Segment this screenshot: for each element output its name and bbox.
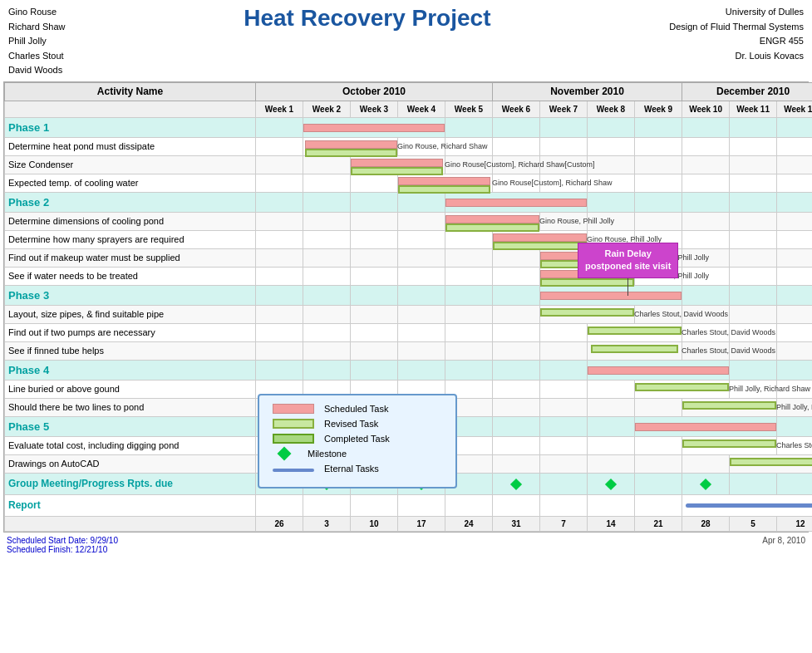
week-12-header: Week 12 bbox=[777, 101, 812, 117]
week-1-header: Week 1 bbox=[256, 101, 303, 117]
task-row-7: See if water needs to be treated Gino Ro… bbox=[5, 267, 813, 285]
callout-box: Rain Delaypostponed site visit bbox=[578, 243, 678, 278]
task-3-label: Expected temp. of cooling water bbox=[5, 174, 256, 192]
week-header-row: Week 1 Week 2 Week 3 Week 4 Week 5 Week … bbox=[5, 101, 813, 117]
phase-3-row: Phase 3 bbox=[5, 285, 813, 305]
legend-completed: Completed Task bbox=[273, 434, 442, 444]
month-header-row: Activity Name October 2010 November 2010… bbox=[5, 82, 813, 101]
task-4-label: Determine dimensions of cooling pond bbox=[5, 212, 256, 230]
task-row-8: Layout, size pipes, & find suitable pipe… bbox=[5, 305, 813, 323]
report-row: Report bbox=[5, 494, 813, 516]
gantt-wrapper: Scheduled Task Revised Task Completed Ta… bbox=[3, 81, 809, 533]
phase-2-label: Phase 2 bbox=[5, 192, 256, 212]
team-names: Gino Rouse Richard Shaw Phill Jolly Char… bbox=[8, 5, 65, 78]
university-info: University of Dulles Design of Fluid The… bbox=[669, 5, 804, 63]
footer-right: Apr 8, 2010 bbox=[762, 536, 805, 554]
group-meeting-label: Group Meeting/Progress Rpts. due bbox=[5, 473, 256, 494]
phase-4-label: Phase 4 bbox=[5, 360, 256, 380]
phase-1-row: Phase 1 bbox=[5, 117, 813, 137]
legend-eternal: Eternal Tasks bbox=[273, 464, 442, 474]
month-dec: December 2010 bbox=[682, 82, 812, 101]
task-12-label: Should there be two lines to pond bbox=[5, 398, 256, 416]
activity-header: Activity Name bbox=[5, 82, 256, 101]
task-7-label: See if water needs to be treated bbox=[5, 267, 256, 285]
phase-4-row: Phase 4 bbox=[5, 360, 813, 380]
project-title: Heat Recovery Project bbox=[65, 5, 669, 32]
week-5-header: Week 5 bbox=[445, 101, 493, 117]
task-1-label: Determine heat pond must dissipate bbox=[5, 137, 256, 155]
legend-scheduled: Scheduled Task bbox=[273, 404, 442, 414]
task-row-10: See if finned tube helps Charles Stout, … bbox=[5, 341, 813, 360]
phase-1-bar-cell bbox=[303, 117, 445, 137]
week-10-header: Week 10 bbox=[682, 101, 730, 117]
task-13-label: Evaluate total cost, including digging p… bbox=[5, 436, 256, 454]
task-row-5: Determine how many sprayers are required… bbox=[5, 230, 813, 248]
week-8-header: Week 8 bbox=[588, 101, 635, 117]
task-row-4: Determine dimensions of cooling pond Gin… bbox=[5, 212, 813, 230]
task-10-label: See if finned tube helps bbox=[5, 341, 256, 360]
task-row-9: Find out if two pumps are necessary Char… bbox=[5, 323, 813, 341]
task-5-label: Determine how many sprayers are required bbox=[5, 230, 256, 248]
phase-2-row: Phase 2 bbox=[5, 192, 813, 212]
month-nov: November 2010 bbox=[493, 82, 682, 101]
week-numbers-row: 26 3 10 17 24 31 7 14 21 28 5 12 bbox=[5, 516, 813, 531]
week-9-header: Week 9 bbox=[635, 101, 682, 117]
week-7-header: Week 7 bbox=[540, 101, 588, 117]
task-9-label: Find out if two pumps are necessary bbox=[5, 323, 256, 341]
phase-1-w1 bbox=[256, 117, 303, 137]
task-row-1: Determine heat pond must dissipate Gino … bbox=[5, 137, 813, 155]
report-label: Report bbox=[5, 494, 256, 516]
phase-3-label: Phase 3 bbox=[5, 285, 256, 305]
week-2-header: Week 2 bbox=[303, 101, 351, 117]
task-row-2: Size Condenser Gino Rouse[Custom], Richa… bbox=[5, 155, 813, 174]
task-2-label: Size Condenser bbox=[5, 155, 256, 174]
legend-revised: Revised Task bbox=[273, 419, 442, 429]
week-3-header: Week 3 bbox=[351, 101, 398, 117]
footer-area: Scheduled Start Date: 9/29/10 Scheduled … bbox=[0, 533, 812, 557]
header-area: Gino Rouse Richard Shaw Phill Jolly Char… bbox=[0, 0, 812, 81]
task-6-label: Find out if makeup water must be supplie… bbox=[5, 248, 256, 267]
week-6-header: Week 6 bbox=[493, 101, 540, 117]
task-14-label: Drawings on AutoCAD bbox=[5, 454, 256, 473]
legend-milestone: Milestone bbox=[273, 449, 442, 459]
footer-left: Scheduled Start Date: 9/29/10 Scheduled … bbox=[7, 536, 118, 554]
task-row-3: Expected temp. of cooling water Gino Rou… bbox=[5, 174, 813, 192]
month-oct: October 2010 bbox=[256, 82, 493, 101]
week-11-header: Week 11 bbox=[730, 101, 777, 117]
task-11-label: Line buried or above gound bbox=[5, 380, 256, 398]
legend-box: Scheduled Task Revised Task Completed Ta… bbox=[258, 394, 457, 489]
phase-5-label: Phase 5 bbox=[5, 416, 256, 436]
phase-1-label: Phase 1 bbox=[5, 117, 256, 137]
week-4-header: Week 4 bbox=[398, 101, 445, 117]
task-8-label: Layout, size pipes, & find suitable pipe bbox=[5, 305, 256, 323]
task-row-6: Find out if makeup water must be supplie… bbox=[5, 248, 813, 267]
